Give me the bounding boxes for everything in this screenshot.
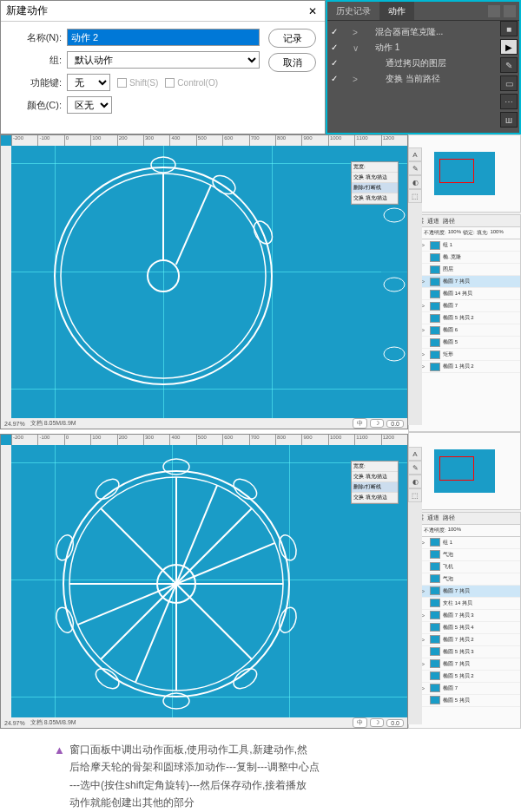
layer-row[interactable]: 👁>矩形 <box>409 349 520 361</box>
layer-row[interactable]: 👁气泡 <box>409 573 520 586</box>
canvas-bottom: -200-10001002003004005006007008009001000… <box>0 434 408 729</box>
navigator-thumb[interactable] <box>434 449 495 493</box>
instruction-caption: ▲ 窗口面板中调出动作面板,使用动作工具,新建动作,然 后给摩天轮的骨架和圆球添… <box>0 729 521 812</box>
histogram-icon[interactable]: ш <box>500 112 518 128</box>
tool-icon[interactable]: ⬚ <box>408 189 422 203</box>
ctrl-checkbox[interactable]: Control(O) <box>165 78 218 88</box>
ruler-vertical <box>1 146 11 418</box>
properties-mini-panel[interactable]: 宽度: 交换 填充/描边 删除/打断线 交换 填充/描边 <box>351 461 399 504</box>
tool-icon[interactable]: ✎ <box>408 461 422 475</box>
layer-row[interactable]: 👁>椭圆 7 <box>409 300 520 312</box>
ime-indicator[interactable]: 中 <box>353 717 367 728</box>
zoom-level[interactable]: 24.97% <box>4 421 25 427</box>
properties-mini-panel[interactable]: 宽度: 交换 填充/描边 删除/打断线 交换 填充/描边 <box>351 161 399 205</box>
tab-actions[interactable]: 动作 <box>379 2 414 20</box>
layer-row[interactable]: 👁椭..克隆 <box>409 252 520 264</box>
close-icon[interactable]: ✕ <box>306 4 320 18</box>
color-select[interactable]: 区无 <box>67 96 112 114</box>
moon-icon[interactable]: ☽ <box>370 419 384 428</box>
layer-row[interactable]: 👁椭圆 14 拷贝 <box>409 288 520 300</box>
tool-icon[interactable]: A <box>408 447 422 461</box>
triangle-marker-icon: ▲ <box>54 741 65 760</box>
stop-button[interactable]: ■ <box>500 21 518 36</box>
panel-menu-icon[interactable] <box>504 5 516 17</box>
action-name-input[interactable] <box>67 29 260 46</box>
layer-row[interactable]: 👁椭圆 5 <box>409 337 520 349</box>
cancel-button[interactable]: 取消 <box>268 53 316 72</box>
set-select[interactable]: 默认动作 <box>67 51 260 69</box>
tool-icon[interactable]: ✎ <box>408 161 422 175</box>
navigator-thumb[interactable] <box>434 152 495 195</box>
layer-row[interactable]: 👁气泡 <box>409 549 520 561</box>
tool-icon[interactable]: A <box>408 147 422 161</box>
navigator-panel[interactable] <box>408 432 521 510</box>
zoom-level[interactable]: 24.97% <box>4 720 25 726</box>
layer-row[interactable]: 👁飞机 <box>409 561 520 573</box>
layer-row[interactable]: 👁>椭圆 7 <box>409 683 520 695</box>
layers-panel: 图层 通道 路径 正常 不透明度:100% 锁定: 填充:100% 👁>组 1👁… <box>408 214 521 432</box>
tab-paths[interactable]: 路径 <box>443 514 455 522</box>
ime-indicator[interactable]: 中 <box>353 418 367 429</box>
moon-icon[interactable]: ☽ <box>370 718 384 727</box>
layer-row[interactable]: 👁>椭圆 7 拷贝 <box>409 658 520 671</box>
layer-row[interactable]: 👁图层 <box>409 264 520 276</box>
tool-icon[interactable]: ⬚ <box>408 488 422 502</box>
tool-icon[interactable]: ◐ <box>408 475 422 488</box>
layer-row[interactable]: 👁支柱 14 拷贝 <box>409 598 520 610</box>
status-bar: 24.97% 文档 8.05M/8.9M 中 ☽ 0.0 <box>1 418 407 429</box>
tab-channels[interactable]: 通道 <box>427 514 439 522</box>
layer-row[interactable]: 👁>椭圆 7 拷贝 2 <box>409 634 520 646</box>
svg-point-24 <box>230 665 260 692</box>
dialog-titlebar[interactable]: 新建动作 ✕ <box>1 1 325 22</box>
layer-row[interactable]: 👁>椭圆 7 拷贝 <box>409 276 520 288</box>
navigator-panel[interactable] <box>408 134 521 213</box>
tab-paths[interactable]: 路径 <box>443 217 455 226</box>
shift-checkbox[interactable]: Shift(S) <box>117 78 158 88</box>
svg-line-4 <box>176 183 211 267</box>
action-item[interactable]: ✓通过拷贝的图层 <box>329 56 518 71</box>
record-button[interactable]: 记录 <box>268 29 316 48</box>
layer-row[interactable]: 👁>椭圆 1 拷贝 2 <box>409 361 520 373</box>
color-label: 颜色(C): <box>10 99 62 112</box>
layer-row[interactable]: 👁>椭圆 6 <box>409 324 520 337</box>
layer-row[interactable]: 👁椭圆 5 拷贝 2 <box>409 312 520 324</box>
svg-point-10 <box>384 347 405 361</box>
canvas-content-top[interactable] <box>11 146 407 418</box>
action-item[interactable]: ✓∨动作 1 <box>329 40 518 56</box>
canvas-tools: A ✎ ◐ ⬚ <box>408 447 422 724</box>
svg-point-29 <box>92 475 122 503</box>
layer-row[interactable]: 👁>组 1 <box>409 537 520 549</box>
settings-icon[interactable]: ⋯ <box>500 94 518 109</box>
ruler-horizontal: -200-10001002003004005006007008009001000… <box>11 435 407 445</box>
action-item[interactable]: ✓>变换 当前路径 <box>329 71 518 87</box>
layer-row[interactable]: 👁椭圆 5 拷贝 2 <box>409 671 520 683</box>
layer-row[interactable]: 👁椭圆 5 拷贝 3 <box>409 646 520 658</box>
panel-collapse-icon[interactable] <box>488 5 500 17</box>
ferris-wheel-partial <box>46 154 280 397</box>
ruler-horizontal: -200-10001002003004005006007008009001000… <box>11 135 407 146</box>
status-bar: 24.97% 文档 8.05M/8.9M 中 ☽ 0.0 <box>1 717 407 728</box>
layer-row[interactable]: 👁椭圆 5 拷贝 4 <box>409 622 520 634</box>
fnkey-label: 功能键: <box>10 76 62 89</box>
layer-row[interactable]: 👁>椭圆 7 拷贝 <box>409 586 520 598</box>
doc-info: 文档 8.05M/8.9M <box>30 718 76 727</box>
svg-point-25 <box>163 693 189 709</box>
layer-row[interactable]: 👁>组 1 <box>409 239 520 252</box>
layer-row[interactable]: 👁椭圆 5 拷贝 <box>409 695 520 707</box>
svg-point-20 <box>163 459 189 475</box>
svg-point-26 <box>92 665 122 692</box>
tab-channels[interactable]: 通道 <box>427 217 439 226</box>
action-item[interactable]: ✓>混合器画笔克隆... <box>329 24 518 40</box>
new-action-dialog: 新建动作 ✕ 名称(N): 组: 默认动作 功能键: 无 Shift(S) Co… <box>0 0 326 134</box>
fnkey-select[interactable]: 无 <box>67 74 110 91</box>
svg-point-9 <box>384 278 405 291</box>
brush-icon[interactable]: ✎ <box>500 57 518 73</box>
canvas-content-bottom[interactable] <box>11 445 407 717</box>
status-value: 0.0 <box>386 420 404 428</box>
layer-row[interactable]: 👁>椭圆 7 拷贝 3 <box>409 610 520 622</box>
folder-icon[interactable]: ▭ <box>500 75 518 91</box>
tool-icon[interactable]: ◐ <box>408 175 422 189</box>
actions-panel: 历史记录 动作 ✓>混合器画笔克隆...✓∨动作 1✓通过拷贝的图层✓>变换 当… <box>326 0 521 134</box>
play-button[interactable]: ▶ <box>500 39 518 55</box>
tab-history[interactable]: 历史记录 <box>327 2 379 20</box>
